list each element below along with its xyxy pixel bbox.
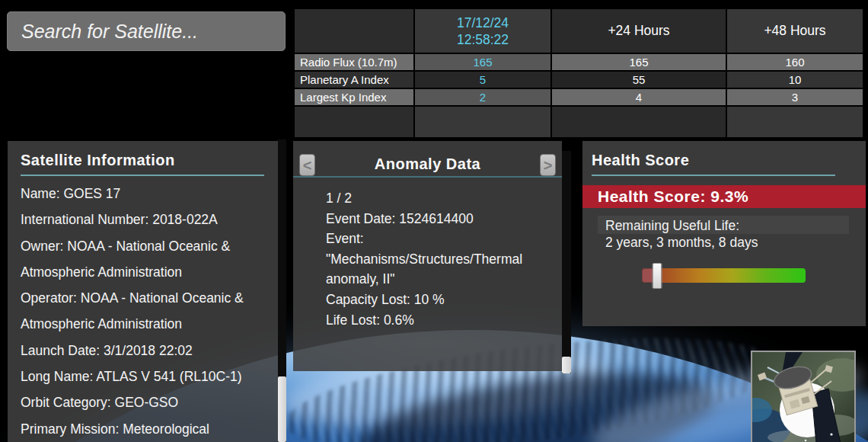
space-weather-table: 17/12/24 12:58:22 +24 Hours +48 Hours Ra… (295, 9, 863, 137)
satellite-info-details: Name: GOES 17 International Number: 2018… (21, 181, 278, 442)
table-filler-cell (295, 107, 413, 137)
health-score-title: Health Score (592, 152, 866, 169)
satellite-info-scrollbar[interactable] (278, 139, 286, 442)
row-label-planetary-a: Planetary A Index (295, 72, 413, 88)
planetary-a-current: 5 (415, 72, 550, 88)
table-header-plus24: +24 Hours (552, 9, 726, 53)
kp-index-current: 2 (415, 89, 550, 105)
kp-index-plus48: 3 (727, 89, 863, 105)
kp-index-plus24: 4 (552, 89, 726, 105)
radio-flux-plus24: 165 (552, 54, 726, 70)
scrollbar-thumb[interactable] (562, 357, 571, 373)
satellite-search-input[interactable] (7, 11, 286, 51)
current-date: 17/12/24 (457, 14, 509, 31)
table-header-empty (295, 9, 413, 53)
radio-flux-current: 165 (415, 54, 550, 70)
remaining-useful-life-label: Remaining Useful Life: (605, 218, 866, 235)
satellite-thumbnail (751, 351, 856, 442)
app-background: 17/12/24 12:58:22 +24 Hours +48 Hours Ra… (0, 0, 868, 442)
row-label-kp-index: Largest Kp Index (295, 89, 413, 105)
table-filler-cell (552, 107, 726, 137)
table-header-current: 17/12/24 12:58:22 (415, 9, 550, 53)
health-score-banner: Health Score: 9.3% (582, 185, 866, 208)
radio-flux-plus48: 160 (727, 54, 863, 70)
previous-anomaly-button[interactable]: < (299, 154, 315, 176)
planetary-a-plus48: 10 (727, 72, 863, 88)
remaining-useful-life-value: 2 years, 3 months, 8 days (605, 235, 866, 251)
row-label-radio-flux: Radio Flux (10.7m) (295, 54, 413, 70)
anomaly-scrollbar[interactable] (562, 151, 571, 373)
chevron-left-icon: < (303, 158, 312, 173)
current-time: 12:58:22 (457, 31, 509, 48)
table-header-plus48: +48 Hours (727, 9, 863, 53)
satellite-render-image (752, 352, 854, 442)
table-filler-cell (415, 107, 550, 137)
anomaly-title: Anomaly Data (375, 155, 480, 173)
health-score-slider-thumb[interactable] (652, 263, 662, 289)
next-anomaly-button[interactable]: > (540, 154, 556, 176)
scrollbar-thumb[interactable] (278, 376, 286, 442)
satellite-info-panel: Satellite Information Name: GOES 17 Inte… (8, 141, 278, 442)
health-score-panel: Health Score Health Score: 9.3% Remainin… (582, 141, 866, 326)
anomaly-details: Event Date: 1524614400 Event: "Mechanism… (326, 209, 562, 331)
anomaly-pager: 1 / 2 (326, 188, 562, 209)
title-divider (21, 175, 264, 176)
chevron-right-icon: > (544, 158, 553, 173)
satellite-info-title: Satellite Information (21, 152, 278, 169)
health-score-slider-track[interactable] (642, 268, 806, 283)
table-filler-cell (727, 107, 863, 137)
planetary-a-plus24: 55 (552, 72, 726, 88)
anomaly-header: < Anomaly Data > (293, 141, 562, 176)
anomaly-data-panel: < Anomaly Data > 1 / 2 Event Date: 15246… (293, 141, 562, 371)
title-divider (592, 175, 835, 176)
